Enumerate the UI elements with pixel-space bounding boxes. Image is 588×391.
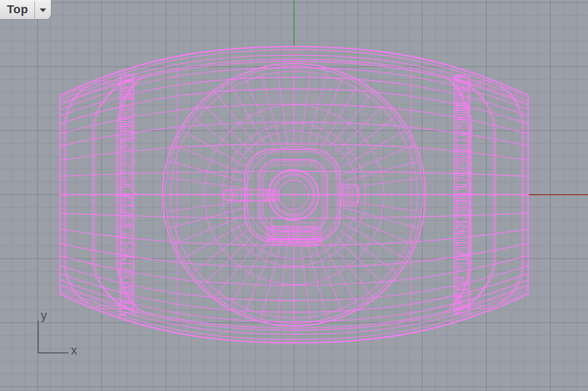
viewport-title-tab[interactable]: Top: [0, 0, 51, 20]
axis-label-y: y: [41, 308, 47, 322]
viewport-title[interactable]: Top: [0, 3, 28, 16]
axis-gizmo: y x: [38, 308, 77, 357]
cad-viewport[interactable]: y x Top: [0, 0, 588, 391]
chevron-down-icon[interactable]: [40, 8, 46, 12]
barrel-wireframe[interactable]: [60, 47, 528, 343]
title-divider: [34, 1, 35, 19]
axis-gizmo-arrows: [38, 321, 68, 353]
axis-label-x: x: [71, 343, 77, 357]
viewport-canvas[interactable]: y x: [0, 0, 588, 391]
